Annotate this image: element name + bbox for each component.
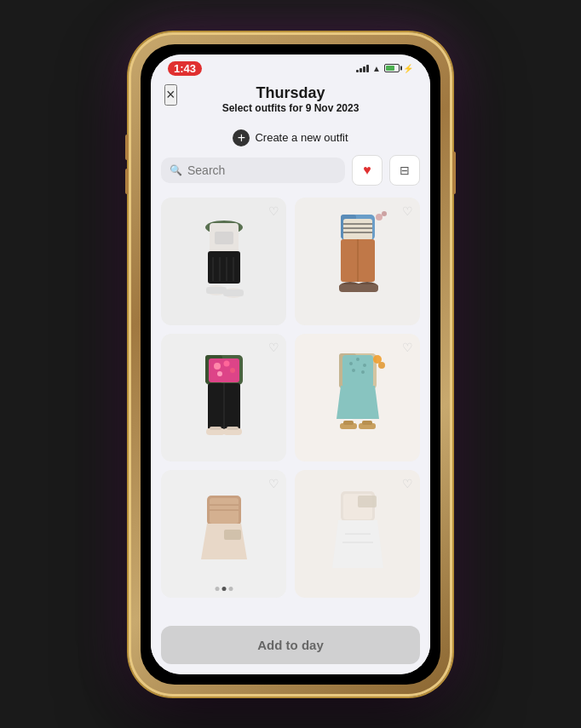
battery-fill	[386, 66, 394, 71]
header-subtitle: Select outfits for 9 Nov 2023	[222, 102, 360, 114]
outfit-card-5[interactable]: ♡	[161, 470, 286, 598]
outfit-5-svg	[177, 474, 271, 593]
svg-point-44	[363, 364, 366, 367]
svg-rect-52	[362, 421, 372, 425]
filter-icon: ⊟	[400, 163, 410, 177]
svg-point-20	[376, 214, 383, 221]
outfits-grid: ♡	[161, 198, 420, 598]
wifi-icon: ▲	[372, 64, 381, 73]
svg-point-29	[214, 363, 221, 370]
outfit-6-visual	[295, 470, 420, 598]
outfit-card-6[interactable]: ♡	[295, 470, 420, 598]
outfit-2-visual	[295, 198, 420, 325]
svg-point-21	[382, 211, 387, 216]
svg-rect-25	[356, 284, 378, 292]
search-input[interactable]	[187, 163, 337, 177]
outfit-6-heart[interactable]: ♡	[402, 477, 413, 490]
phone-body: 1:43 ▲ ⚡	[129, 32, 452, 696]
add-to-day-button[interactable]: Add to day	[161, 626, 420, 664]
svg-rect-60	[358, 496, 377, 507]
outfit-1-heart[interactable]: ♡	[268, 204, 279, 218]
svg-point-30	[223, 360, 229, 366]
outfit-card-4[interactable]: ♡	[295, 334, 420, 461]
svg-point-48	[378, 362, 385, 369]
heart-icon: ♥	[363, 163, 371, 178]
signal-bar-4	[366, 65, 369, 72]
charging-icon: ⚡	[403, 64, 413, 73]
svg-point-46	[361, 370, 365, 374]
outfit-card-3[interactable]: ♡	[161, 334, 286, 461]
outfit-4-svg	[311, 338, 405, 457]
screen: 1:43 ▲ ⚡	[151, 54, 430, 674]
create-outfit-row: + Create a new outfit	[151, 123, 430, 155]
outfit-3-visual	[161, 334, 286, 461]
signal-bar-2	[360, 68, 362, 72]
phone-frame: 1:43 ▲ ⚡	[129, 32, 452, 696]
power-button	[452, 152, 456, 194]
signal-bar-1	[356, 70, 359, 72]
svg-point-31	[230, 368, 235, 373]
svg-rect-11	[223, 289, 244, 296]
phone-inner: 1:43 ▲ ⚡	[141, 44, 440, 685]
svg-rect-2	[215, 232, 233, 244]
svg-point-43	[356, 358, 360, 361]
svg-rect-54	[210, 498, 239, 524]
svg-rect-14	[343, 219, 372, 240]
status-icons: ▲ ⚡	[356, 64, 413, 73]
dot-3	[228, 587, 233, 591]
volume-down-button	[125, 169, 129, 194]
volume-up-button	[125, 135, 129, 160]
status-time: 1:43	[168, 61, 202, 76]
svg-point-45	[352, 369, 355, 372]
svg-rect-37	[210, 427, 221, 430]
filter-button[interactable]: ⊟	[389, 155, 420, 186]
outfit-4-heart[interactable]: ♡	[402, 341, 413, 354]
add-to-day-section: Add to day	[151, 619, 430, 674]
outfit-1-visual	[161, 198, 286, 325]
outfit-3-heart[interactable]: ♡	[268, 341, 279, 354]
search-wrapper: 🔍	[161, 158, 345, 183]
favorites-button[interactable]: ♥	[352, 155, 383, 186]
svg-rect-57	[224, 530, 241, 540]
svg-point-42	[349, 362, 353, 365]
create-outfit-button[interactable]: + Create a new outfit	[233, 129, 348, 146]
dot-1	[215, 587, 219, 591]
close-button[interactable]: ×	[164, 84, 177, 106]
svg-rect-51	[343, 421, 354, 425]
outfit-5-dots	[215, 587, 233, 591]
search-row: 🔍 ♥ ⊟	[151, 155, 430, 194]
subtitle-label: Select outfits for	[222, 102, 303, 114]
outfit-1-svg	[177, 202, 271, 321]
outfit-5-visual	[161, 470, 286, 598]
plus-icon: +	[233, 129, 250, 146]
outfit-card-2[interactable]: ♡	[295, 198, 420, 325]
svg-point-32	[217, 371, 222, 376]
outfit-4-visual	[295, 334, 420, 461]
page-title: Thursday	[256, 84, 325, 102]
svg-rect-38	[227, 427, 239, 430]
outfit-2-heart[interactable]: ♡	[402, 204, 413, 218]
search-icon: 🔍	[170, 164, 182, 176]
create-outfit-label: Create a new outfit	[255, 131, 348, 144]
battery-icon	[384, 64, 400, 72]
date-label: 9 Nov 2023	[306, 102, 360, 114]
outfit-3-svg	[177, 338, 271, 457]
header: × Thursday Select outfits for 9 Nov 2023	[151, 79, 430, 123]
outfit-2-svg	[311, 202, 405, 321]
signal-bars	[356, 64, 369, 72]
outfit-6-svg	[311, 474, 405, 593]
outfit-card-1[interactable]: ♡	[161, 198, 286, 325]
outfits-scroll[interactable]: ♡	[151, 194, 430, 619]
status-bar: 1:43 ▲ ⚡	[151, 54, 430, 79]
dot-2	[221, 587, 226, 591]
outfit-5-heart[interactable]: ♡	[268, 477, 279, 490]
signal-bar-3	[363, 66, 365, 72]
